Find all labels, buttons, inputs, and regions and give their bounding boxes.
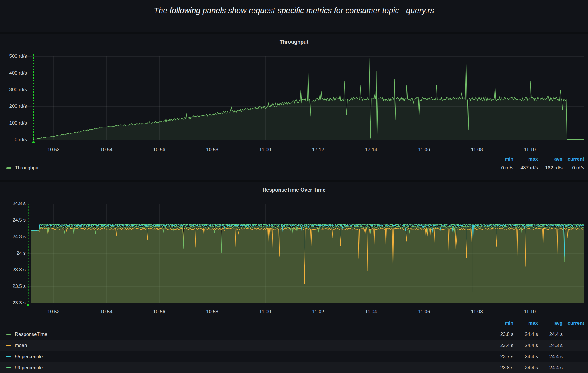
y-tick-label: 23.5 s [0, 284, 26, 289]
stat-col-avg[interactable]: avg [538, 320, 563, 326]
stat-max: 24.4 s [513, 332, 538, 337]
responsetime-chart-canvas[interactable] [27, 198, 584, 307]
x-tick-label: 17:14 [357, 147, 385, 153]
legend-header-row: min max avg current [0, 155, 588, 163]
series-swatch [6, 345, 11, 346]
x-tick-label: 11:06 [410, 147, 438, 153]
x-tick-label: 17:12 [304, 147, 332, 153]
y-tick-label: 24 s [0, 250, 26, 256]
x-tick-label: 10:56 [145, 309, 174, 315]
x-tick-label: 11:08 [463, 147, 491, 153]
y-tick-label: 500 rd/s [0, 53, 27, 59]
x-tick-label: 11:08 [463, 309, 491, 315]
stat-col-current[interactable]: current [563, 156, 584, 162]
stat-min: 23.7 s [489, 354, 513, 360]
y-tick-label: 24.8 s [0, 201, 26, 206]
y-tick-label: 23.8 s [0, 267, 26, 273]
x-tick-label: 11:02 [304, 309, 332, 315]
stat-max: 24.4 s [513, 354, 538, 360]
y-tick-label: 200 rd/s [0, 103, 27, 109]
y-tick-label: 24.3 s [0, 234, 26, 240]
x-tick-label: 11:06 [410, 309, 438, 315]
series-swatch [6, 367, 11, 368]
x-tick-label: 10:56 [145, 147, 174, 153]
throughput-legend: min max avg current Throughput 0 rd/s 48… [0, 155, 588, 173]
stat-min: 23.8 s [489, 365, 513, 371]
stat-avg: 182 rd/s [538, 165, 563, 171]
y-tick-label: 24.5 s [0, 217, 26, 223]
responsetime-legend: min max avg current ResponseTime 23.8 s … [0, 318, 588, 373]
stat-current: 0 rd/s [563, 165, 584, 171]
stat-max: 24.4 s [513, 365, 538, 371]
stat-min: 23.4 s [489, 343, 513, 348]
throughput-chart-canvas[interactable] [27, 43, 584, 143]
y-tick-label: 300 rd/s [0, 87, 27, 93]
stat-avg: 24.4 s [538, 332, 563, 337]
legend-row: Throughput 0 rd/s 487 rd/s 182 rd/s 0 rd… [0, 163, 588, 173]
stat-col-max[interactable]: max [513, 156, 538, 162]
stat-col-max[interactable]: max [513, 320, 538, 326]
y-tick-label: 23.3 s [0, 300, 26, 306]
text-panel [0, 0, 588, 32]
legend-row: 99 percentile 23.8 s 24.4 s 24.4 s [0, 362, 588, 373]
stat-max: 24.4 s [513, 343, 538, 348]
stat-col-current[interactable]: current [563, 320, 584, 326]
stat-col-min[interactable]: min [489, 156, 513, 162]
stat-avg: 24.3 s [538, 343, 563, 348]
series-label[interactable]: 99 percentile [15, 365, 43, 371]
x-tick-label: 10:52 [39, 309, 68, 315]
series-swatch [6, 356, 11, 357]
stat-avg: 24.4 s [538, 354, 563, 360]
stat-col-min[interactable]: min [489, 320, 513, 326]
x-tick-label: 11:00 [251, 147, 280, 153]
x-tick-label: 10:54 [92, 147, 121, 153]
series-swatch [6, 167, 11, 169]
series-label[interactable]: 95 percentile [15, 354, 43, 360]
x-tick-label: 10:58 [198, 309, 226, 315]
legend-row: 95 percentile 23.7 s 24.4 s 24.4 s [0, 351, 588, 362]
x-tick-label: 11:04 [357, 309, 385, 315]
dashboard-title: The following panels show request-specif… [0, 6, 588, 15]
y-tick-label: 400 rd/s [0, 70, 27, 76]
series-label[interactable]: mean [15, 343, 27, 348]
panel-title-responsetime: ResponseTime Over Time [0, 187, 588, 193]
stat-avg: 24.4 s [538, 365, 563, 371]
legend-row: mean 23.4 s 24.4 s 24.3 s [0, 340, 588, 351]
stat-col-avg[interactable]: avg [538, 156, 563, 162]
stat-max: 487 rd/s [513, 165, 538, 171]
stat-min: 23.8 s [489, 332, 513, 337]
y-tick-label: 100 rd/s [0, 120, 27, 126]
legend-header-row: min max avg current [0, 318, 588, 329]
stat-min: 0 rd/s [489, 165, 513, 171]
legend-row: ResponseTime 23.8 s 24.4 s 24.4 s [0, 329, 588, 340]
series-swatch [6, 334, 11, 335]
x-tick-label: 10:52 [39, 147, 68, 153]
y-tick-label: 0 rd/s [0, 137, 27, 143]
series-label[interactable]: ResponseTime [15, 332, 47, 337]
x-tick-label: 10:58 [198, 147, 226, 153]
x-tick-label: 10:54 [92, 309, 121, 315]
x-tick-label: 11:10 [516, 147, 544, 153]
series-label[interactable]: Throughput [15, 165, 40, 171]
x-tick-label: 11:00 [251, 309, 280, 315]
x-tick-label: 11:10 [516, 309, 544, 315]
